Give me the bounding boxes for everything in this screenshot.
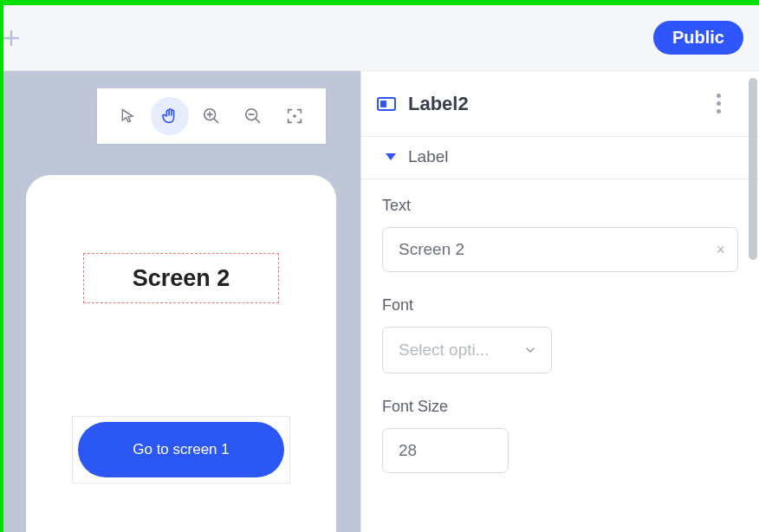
zoom-in-button[interactable]	[192, 97, 230, 135]
svg-point-2	[293, 114, 296, 118]
prop-label-fontsize: Font Size	[382, 398, 738, 416]
caret-down-icon	[386, 153, 396, 160]
prop-label-text: Text	[382, 197, 738, 215]
canvas-go-to-screen-button[interactable]: Go to screen 1	[78, 422, 284, 477]
canvas-button-wrapper[interactable]: Go to screen 1	[72, 416, 290, 483]
label-component-icon	[377, 97, 396, 111]
public-button[interactable]: Public	[653, 21, 743, 55]
prop-label-font: Font	[382, 296, 738, 315]
properties-header: Label2	[361, 71, 759, 136]
add-icon[interactable]	[2, 29, 21, 48]
component-name: Label2	[408, 93, 469, 115]
text-input-value: Screen 2	[399, 240, 464, 259]
canvas-pane[interactable]: Screen 2 Go to screen 1	[3, 71, 360, 532]
focus-tool-button[interactable]	[276, 97, 314, 135]
prop-fontsize-group: Font Size 28	[361, 380, 759, 480]
zoom-out-button[interactable]	[234, 97, 272, 135]
hand-tool-button[interactable]	[151, 97, 189, 135]
prop-font-group: Font Select opti...	[361, 279, 759, 380]
font-select-placeholder: Select opti...	[399, 341, 490, 360]
more-options-button[interactable]	[713, 90, 724, 117]
font-size-input[interactable]: 28	[382, 428, 509, 473]
canvas-toolbar	[97, 88, 326, 144]
scrollbar-thumb[interactable]	[749, 78, 757, 260]
section-title: Label	[408, 147, 449, 166]
chevron-down-icon	[523, 343, 537, 357]
prop-text-group: Text Screen 2 ×	[361, 179, 759, 279]
text-input[interactable]: Screen 2 ×	[382, 227, 738, 272]
clear-text-button[interactable]: ×	[716, 241, 725, 259]
font-size-value: 28	[399, 441, 417, 460]
canvas-label-selected[interactable]: Screen 2	[83, 253, 279, 303]
device-frame[interactable]: Screen 2 Go to screen 1	[26, 175, 336, 532]
top-bar: Public	[3, 5, 759, 71]
cursor-tool-button[interactable]	[109, 97, 147, 135]
properties-panel: Label2 Label Text Screen 2 × Font Select…	[360, 71, 759, 532]
font-select[interactable]: Select opti...	[382, 327, 552, 373]
section-toggle-label[interactable]: Label	[361, 136, 759, 179]
